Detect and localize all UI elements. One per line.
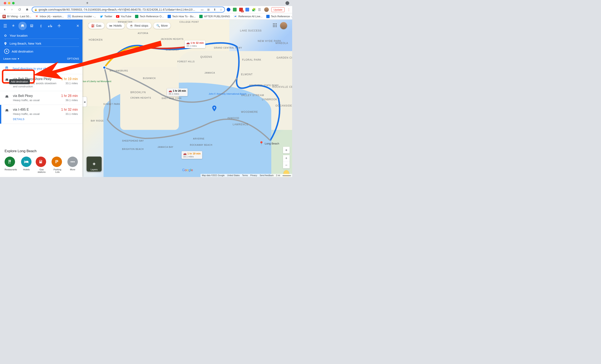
car-icon — [5, 77, 10, 88]
chip-gas[interactable]: ⛽Gas — [88, 22, 104, 29]
browser-menu-icon[interactable]: ⋮ — [287, 8, 290, 12]
explore-restaurants[interactable]: Restaurants — [5, 157, 17, 173]
map-area-label: JACKSON HEIGHTS — [161, 38, 183, 40]
qr-icon[interactable]: ⊞ — [207, 8, 210, 11]
restaurants-icon — [5, 157, 15, 167]
zoom-in-button[interactable]: + — [283, 155, 290, 162]
account-avatar[interactable] — [280, 22, 287, 29]
layers-button[interactable]: ◈Layers — [87, 157, 102, 172]
explore-hotels[interactable]: Hotels — [21, 157, 31, 173]
country-link[interactable]: United States — [227, 174, 240, 177]
forward-button[interactable] — [9, 7, 15, 12]
collapse-panel-button[interactable]: ◂ — [82, 97, 87, 107]
new-tab-button[interactable]: + — [86, 1, 89, 5]
scale-bar — [282, 174, 291, 176]
reader-icon[interactable]: ▭ — [201, 8, 203, 11]
extension-icon[interactable] — [233, 8, 237, 11]
options-link[interactable]: OPTIONS — [67, 57, 79, 60]
destination-row[interactable]: Long Beach, New York — [4, 40, 79, 47]
explore-more[interactable]: •••More — [67, 157, 78, 173]
send-to-phone[interactable]: Send directions to your phone — [0, 63, 82, 74]
directions-header: ☰ × Your location ⋮ — [0, 19, 82, 63]
mode-cycling[interactable] — [46, 22, 54, 30]
home-button[interactable] — [24, 7, 30, 12]
window-maximize[interactable] — [12, 2, 15, 4]
profile-avatar[interactable] — [264, 7, 269, 12]
map-area-label: Jamaica Bay — [158, 146, 173, 148]
close-directions-icon[interactable]: × — [76, 23, 79, 29]
map-area-label: JAMAICA — [204, 72, 215, 74]
extension-icon[interactable]: 22 — [239, 8, 243, 11]
chip-rest-stops[interactable]: ☕Rest stops — [127, 22, 151, 29]
reload-button[interactable] — [17, 7, 22, 12]
address-bar[interactable]: 🔒 google.com/maps/dir/40.7099933,-74.010… — [32, 7, 225, 12]
bed-icon: 🛏 — [109, 24, 112, 27]
back-button[interactable] — [2, 7, 8, 12]
bookmark-item[interactable]: Tech How To - Bu... — [168, 15, 196, 18]
privacy-link[interactable]: Privacy — [250, 174, 257, 177]
feedback-link[interactable]: Send feedback — [260, 174, 274, 177]
details-link[interactable]: DETAILS — [13, 118, 58, 121]
destination-pin-icon — [4, 42, 7, 45]
route-callout[interactable]: 🚗1 hr 32 min33.1 miles — [185, 40, 205, 48]
google-apps-icon[interactable] — [273, 23, 278, 28]
route-option-selected[interactable]: via I-495 E Heavy traffic, as usual DETA… — [0, 105, 82, 124]
bookmark-item[interactable]: AFTER PUBLISHING — [199, 15, 230, 18]
bookmark-item[interactable]: Tech Reference O... — [135, 15, 164, 18]
chip-hotels[interactable]: 🛏Hotels — [106, 22, 125, 29]
bookmark-item[interactable]: BIBI Viking - Last 50... — [2, 15, 31, 18]
map-area-label: COLLEGE POINT — [180, 21, 199, 23]
lock-icon: 🔒 — [34, 8, 37, 11]
explore-gas[interactable]: Gas stations — [36, 157, 47, 173]
leave-now-dropdown[interactable]: Leave now ▾ — [3, 57, 19, 60]
send-to-phone-label: Send directions to your phone — [12, 67, 51, 70]
bookmark-item[interactable]: MInbox (4) - wanton... — [35, 15, 64, 18]
bookmark-item[interactable]: Twitter — [100, 15, 112, 18]
map-area-label: ASTORIA — [138, 32, 148, 34]
update-button[interactable]: Update — [271, 7, 285, 12]
bookmark-item[interactable]: YouTube — [116, 15, 131, 18]
car-icon: 🚗 — [169, 89, 172, 92]
mode-best[interactable] — [9, 22, 18, 30]
add-destination-button[interactable]: + Add destination — [4, 47, 79, 55]
account-indicator-icon[interactable] — [285, 1, 289, 5]
google-logo: Google — [182, 168, 193, 172]
install-icon[interactable]: ⬇ — [213, 8, 216, 11]
extensions-menu-icon[interactable]: 🧩 — [252, 8, 255, 11]
route-option[interactable]: via Belt Pkwy Heavy traffic, as usual 1 … — [0, 91, 82, 105]
bookmark-item[interactable]: 31Business Insider -... — [68, 15, 96, 18]
destination-marker[interactable]: 📍 Long Beach — [259, 141, 279, 146]
route-note: Heavy traffic, as usual — [13, 99, 58, 102]
map-canvas[interactable]: MANHATTANUNION CITYHobokenASTORIACOLLEGE… — [82, 19, 292, 177]
send-to-phone-icon — [5, 67, 9, 71]
explore-parking[interactable]: PParking Lots — [51, 157, 63, 173]
bookmark-item[interactable]: Tech Reference -... — [266, 15, 292, 18]
route-callout[interactable]: 🚗1 hr 28 min39.1 miles — [167, 88, 188, 96]
add-icon: + — [4, 49, 9, 54]
extension-icon[interactable] — [245, 8, 249, 11]
poi-liberty[interactable]: tue of Liberty nal Monument — [83, 80, 102, 83]
extension-icon[interactable] — [227, 8, 230, 11]
poi-jfk[interactable]: John F. Kennedy International Airport — [209, 93, 228, 95]
bookmark-item[interactable]: ⇄Reference All Live... — [234, 15, 262, 18]
recenter-button[interactable]: ⌖ — [283, 147, 290, 153]
mode-flights[interactable] — [55, 22, 63, 30]
mode-transit[interactable] — [28, 22, 36, 30]
mode-walking[interactable] — [37, 22, 45, 30]
terms-link[interactable]: Terms — [242, 174, 248, 177]
star-icon[interactable]: ☆ — [220, 8, 222, 11]
chip-more[interactable]: 🔍More — [153, 22, 171, 29]
window-minimize[interactable] — [8, 2, 10, 4]
menu-icon[interactable]: ☰ — [3, 23, 7, 28]
route-callout[interactable]: 🚗1 hr 19 min33.1 miles — [181, 151, 202, 159]
origin-row[interactable]: Your location — [4, 32, 79, 39]
map-area-label: Floral Park — [242, 58, 261, 61]
reading-list-icon[interactable]: ☰ — [258, 8, 262, 11]
callout-duration: 1 hr 32 min — [190, 41, 204, 44]
zoom-out-button[interactable]: − — [283, 162, 290, 168]
callout-distance: 33.1 miles — [186, 45, 197, 47]
map-area-label: Garden City — [277, 56, 292, 59]
mode-driving[interactable] — [18, 22, 27, 30]
chevron-down-icon: ▾ — [18, 57, 19, 60]
window-close[interactable] — [4, 2, 6, 4]
